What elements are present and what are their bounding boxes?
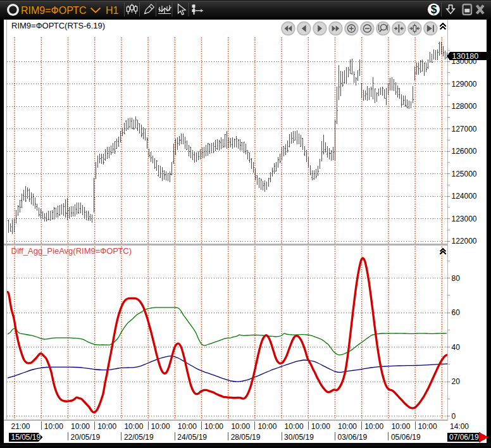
svg-text:28/05/19: 28/05/19 bbox=[231, 433, 261, 442]
svg-text:10:00: 10:00 bbox=[151, 422, 170, 431]
svg-text:RIM9=ФОРТС(RTS-6.19): RIM9=ФОРТС(RTS-6.19) bbox=[11, 21, 105, 30]
svg-text:10:00: 10:00 bbox=[44, 422, 63, 431]
svg-text:129000: 129000 bbox=[452, 80, 477, 89]
svg-text:10:00: 10:00 bbox=[124, 422, 143, 431]
svg-text:80: 80 bbox=[452, 274, 461, 283]
svg-text:10:00: 10:00 bbox=[418, 422, 437, 431]
svg-text:20: 20 bbox=[452, 377, 461, 386]
svg-text:10:00: 10:00 bbox=[364, 422, 383, 431]
svg-text:10:00: 10:00 bbox=[231, 422, 250, 431]
svg-text:10:00: 10:00 bbox=[258, 422, 277, 431]
svg-text:03/06/19: 03/06/19 bbox=[338, 433, 368, 442]
svg-text:122000: 122000 bbox=[452, 237, 477, 246]
svg-text:124000: 124000 bbox=[452, 192, 477, 201]
svg-text:128000: 128000 bbox=[452, 102, 477, 111]
svg-text:05/06/19: 05/06/19 bbox=[391, 433, 421, 442]
svg-text:$: $ bbox=[431, 3, 437, 16]
svg-text:10:00: 10:00 bbox=[338, 422, 357, 431]
svg-text:H1: H1 bbox=[106, 5, 119, 16]
svg-text:40: 40 bbox=[452, 343, 461, 352]
svg-text:126000: 126000 bbox=[452, 147, 477, 156]
svg-text:30/05/19: 30/05/19 bbox=[284, 433, 314, 442]
svg-text:125000: 125000 bbox=[452, 170, 477, 178]
svg-text:130180: 130180 bbox=[452, 52, 479, 61]
svg-text:10:00: 10:00 bbox=[97, 422, 116, 431]
svg-text:10:00: 10:00 bbox=[311, 422, 330, 431]
svg-text:10:00: 10:00 bbox=[285, 422, 304, 431]
svg-text:14:00: 14:00 bbox=[450, 422, 469, 431]
svg-text:10:00: 10:00 bbox=[391, 422, 410, 431]
svg-text:123000: 123000 bbox=[452, 215, 477, 223]
svg-text:24/05/19: 24/05/19 bbox=[177, 433, 207, 442]
svg-text:60: 60 bbox=[452, 308, 461, 317]
svg-text:22/05/19: 22/05/19 bbox=[124, 433, 154, 442]
svg-text:10:00: 10:00 bbox=[178, 422, 197, 431]
svg-text:Diff_Agg_PieAvg(RIM9=ФОРТС): Diff_Agg_PieAvg(RIM9=ФОРТС) bbox=[11, 246, 132, 256]
svg-text:15/05/19: 15/05/19 bbox=[11, 433, 41, 442]
svg-text:21:00: 21:00 bbox=[11, 422, 30, 431]
svg-text:10:00: 10:00 bbox=[71, 422, 90, 431]
svg-text:07/06/19: 07/06/19 bbox=[449, 433, 479, 442]
svg-text:127000: 127000 bbox=[452, 125, 477, 134]
svg-text:RIM9=ФОРТС: RIM9=ФОРТС bbox=[21, 5, 86, 16]
svg-text:0: 0 bbox=[452, 412, 456, 421]
svg-text:20/05/19: 20/05/19 bbox=[71, 433, 101, 442]
svg-text:10:00: 10:00 bbox=[204, 422, 223, 431]
